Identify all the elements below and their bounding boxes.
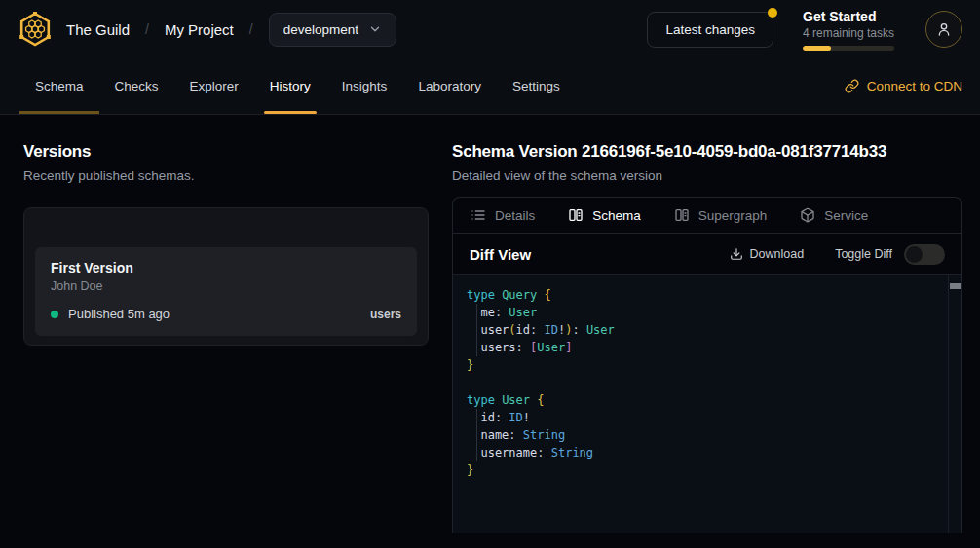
version-status: Published 5m ago [68,307,170,321]
detail-tab-label: Service [824,208,868,223]
version-author: John Doe [51,279,401,293]
breadcrumb-project[interactable]: My Project [165,21,234,38]
person-icon [936,21,952,37]
download-button[interactable]: Download [730,247,805,261]
target-selector[interactable]: development [269,13,396,47]
tab-settings[interactable]: Settings [497,58,576,114]
detail-tab-schema[interactable]: Schema [568,207,641,223]
diff-toolbar: Diff View Download Toggle Diff [453,234,961,275]
tab-schema[interactable]: Schema [19,58,99,114]
breadcrumb-org[interactable]: The Guild [66,21,130,38]
link-icon [845,79,859,93]
published-status-dot [51,311,58,318]
scrollbar-thumb[interactable] [950,283,961,289]
code-line: } [467,461,948,479]
latest-changes-button[interactable]: Latest changes [647,12,773,48]
get-started-progress-fill [803,46,831,51]
detail-tab-label: Schema [592,208,641,223]
breadcrumb-separator: / [145,21,149,37]
tab-laboratory[interactable]: Laboratory [402,58,497,114]
download-icon [730,247,743,261]
detail-tab-supergraph[interactable]: Supergraph [674,207,768,223]
code-line: me: User [467,304,948,321]
versions-subtitle: Recently published schemas. [23,168,429,183]
hive-logo-icon[interactable] [16,10,55,49]
tab-history[interactable]: History [254,58,326,114]
version-name: First Version [51,260,401,275]
chevron-down-icon [368,22,382,36]
schema-detail-card: DetailsSchemaSupergraphService Diff View… [452,197,962,533]
code-line: username: String [467,444,948,461]
code-line: type Query { [467,286,948,304]
versions-panel: Versions Recently published schemas. Fir… [0,142,452,548]
version-list-item[interactable]: First Version John Doe Published 5m ago … [35,247,417,336]
code-line: user(id: ID!): User [467,321,948,339]
columns-icon [568,207,584,223]
toggle-diff-label: Toggle Diff [835,247,892,261]
version-service-badge: users [370,308,401,321]
breadcrumb-separator: / [249,21,253,37]
get-started-title: Get Started [803,9,896,24]
versions-title: Versions [23,142,429,162]
get-started-progressbar [803,46,894,51]
code-lines: type Query { me: User user(id: ID!): Use… [467,286,948,479]
user-avatar[interactable] [925,11,962,48]
code-line: id: ID! [467,409,948,426]
tab-checks[interactable]: Checks [99,58,174,114]
toggle-diff-switch[interactable] [904,244,945,265]
code-line: type User { [467,391,948,409]
columns-icon [674,207,690,223]
target-selector-value: development [283,22,358,37]
main-content: Versions Recently published schemas. Fir… [0,115,980,548]
notification-dot [768,8,777,18]
code-line [467,374,948,391]
get-started-widget[interactable]: Get Started 4 remaining tasks [803,9,896,51]
diff-view-title: Diff View [470,246,531,263]
code-line: } [467,356,948,374]
switch-knob [906,246,923,263]
code-line: users: [User] [467,339,948,356]
cube-icon [800,207,815,223]
list-icon [471,207,486,223]
schema-version-subtitle: Detailed view of the schema version [452,168,962,183]
schema-detail-tabs: DetailsSchemaSupergraphService [453,198,961,234]
get-started-subtitle: 4 remaining tasks [803,26,896,40]
primary-tabs: SchemaChecksExplorerHistoryInsightsLabor… [19,58,576,114]
schema-version-title: Schema Version 2166196f-5e10-4059-bd0a-0… [452,142,962,162]
versions-list-card: First Version John Doe Published 5m ago … [23,207,429,346]
top-header: The Guild / My Project / development Lat… [0,0,980,58]
code-scrollbar[interactable] [948,275,961,533]
tab-insights[interactable]: Insights [326,58,403,114]
tab-explorer[interactable]: Explorer [174,58,254,114]
schema-version-panel: Schema Version 2166196f-5e10-4059-bd0a-0… [452,142,980,548]
primary-nav: SchemaChecksExplorerHistoryInsightsLabor… [0,58,980,115]
code-line: name: String [467,426,948,444]
connect-to-cdn-button[interactable]: Connect to CDN [845,58,962,114]
detail-tab-details[interactable]: Details [471,207,535,223]
detail-tab-service[interactable]: Service [800,207,868,223]
detail-tab-label: Supergraph [698,208,768,223]
detail-tab-label: Details [495,208,535,223]
schema-code-viewer[interactable]: type Query { me: User user(id: ID!): Use… [453,275,961,533]
